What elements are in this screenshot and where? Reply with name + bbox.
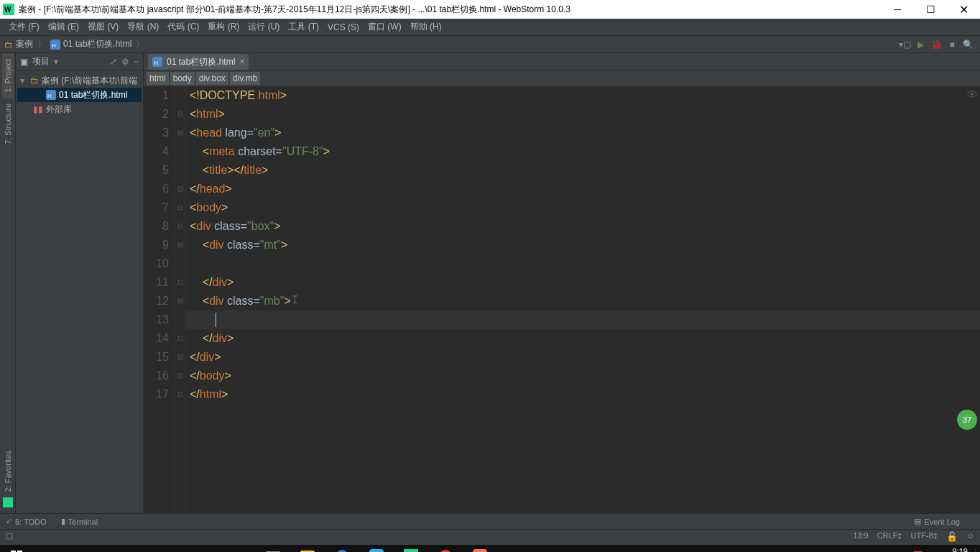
chevron-right-icon: 〉 bbox=[136, 38, 144, 50]
powerpoint-icon[interactable]: P bbox=[464, 545, 496, 552]
status-bar: ▢ 13:9 CRLF‡ UTF-8‡ 🔓 ☺ bbox=[0, 529, 980, 545]
breadcrumb-root[interactable]: 案例 bbox=[16, 38, 33, 50]
gear-icon[interactable]: ⚙ bbox=[121, 57, 129, 67]
collapse-icon[interactable]: ⤢ bbox=[110, 57, 117, 67]
line-separator[interactable]: CRLF‡ bbox=[877, 530, 902, 540]
tray-clock[interactable]: 9:19 2015/11/12 bbox=[928, 547, 968, 552]
notification-badge[interactable]: 37 bbox=[957, 410, 977, 430]
svg-text:H: H bbox=[52, 42, 56, 49]
tool-tab-todo[interactable]: ✓6: TODO bbox=[6, 517, 47, 526]
editor-tabs: H 01 tab栏切换.html × bbox=[144, 53, 980, 70]
search-everywhere-button[interactable]: 🔍 bbox=[960, 37, 976, 52]
tree-root[interactable]: ▾ 🗀 案例 (F:\前端基本功\前端 bbox=[17, 73, 142, 88]
svg-rect-4 bbox=[3, 497, 13, 507]
hide-icon[interactable]: ╌ bbox=[134, 57, 139, 67]
crumb-html[interactable]: html bbox=[147, 72, 169, 85]
chevron-right-icon: 〉 bbox=[37, 38, 46, 50]
crumb-body[interactable]: body bbox=[170, 72, 195, 85]
wps-icon[interactable]: W bbox=[361, 545, 392, 552]
layout-icon: ▣ bbox=[20, 57, 28, 67]
html-file-icon: H bbox=[50, 40, 60, 50]
event-log-button[interactable]: ▤Event Log bbox=[914, 517, 960, 526]
readonly-lock-icon[interactable]: 🔓 bbox=[946, 530, 958, 542]
menu-edit[interactable]: 编辑 (E) bbox=[44, 21, 83, 33]
kugou-icon[interactable]: K bbox=[326, 545, 358, 552]
menu-window[interactable]: 窗口 (W) bbox=[364, 21, 406, 33]
code-editor[interactable]: 1234567891011121314151617 ⊟⊟⊡⊟⊟⊟⊡⊟⊡⊡⊡⊡ <… bbox=[144, 86, 980, 513]
crumb-div-box[interactable]: div.box bbox=[196, 72, 228, 85]
start-button[interactable] bbox=[0, 545, 33, 552]
menu-navigate[interactable]: 导航 (N) bbox=[123, 21, 163, 33]
html-file-icon: H bbox=[46, 90, 56, 100]
tree-root-label: 案例 (F:\前端基本功\前端 bbox=[42, 73, 137, 88]
menu-view[interactable]: 视图 (V) bbox=[83, 21, 123, 33]
window-titlebar: W 案例 - [F:\前端基本功\前端基本功 javascript 部分\01-… bbox=[0, 0, 980, 19]
folder-icon: 🗀 bbox=[4, 40, 13, 50]
log-icon: ▤ bbox=[914, 517, 921, 526]
debug-button[interactable]: 🐞 bbox=[928, 37, 944, 52]
folder-icon: 🗀 bbox=[30, 73, 39, 88]
stop-button[interactable]: ■ bbox=[944, 37, 960, 52]
minimize-button[interactable]: ─ bbox=[881, 0, 914, 19]
terminal-icon: ▮ bbox=[61, 517, 65, 526]
webstorm-small-icon bbox=[3, 497, 13, 509]
project-panel-title: 项目 bbox=[32, 55, 50, 68]
hector-icon[interactable]: ☺ bbox=[966, 530, 974, 540]
tool-tab-structure[interactable]: 7: Structure bbox=[2, 98, 14, 150]
tree-expand-icon[interactable]: ▾ bbox=[20, 73, 27, 88]
statusbar-toggle-icon[interactable]: ▢ bbox=[6, 530, 13, 540]
project-panel-header: ▣ 项目 ▾ ⤢ ⚙ ╌ bbox=[16, 53, 143, 70]
menu-file[interactable]: 文件 (F) bbox=[4, 21, 44, 33]
close-button[interactable]: ✕ bbox=[947, 0, 980, 19]
editor-tab-label: 01 tab栏切换.html bbox=[167, 56, 235, 68]
svg-text:H: H bbox=[154, 60, 158, 66]
task-view-button[interactable] bbox=[257, 545, 289, 552]
chat-icon[interactable] bbox=[499, 545, 530, 552]
inspection-eye-icon[interactable] bbox=[967, 89, 977, 99]
windows-taskbar: 搜索 Web 和 Windows K W W P ˄ 🛡 ⬜ 🖧 🔊 💬 英 S… bbox=[0, 545, 980, 552]
webstorm-taskbar-icon[interactable]: W bbox=[395, 545, 427, 552]
system-tray[interactable]: ˄ 🛡 ⬜ 🖧 🔊 💬 英 S 9:19 2015/11/12 bbox=[815, 547, 980, 552]
editor-area: H 01 tab栏切换.html × html body div.box div… bbox=[144, 53, 980, 513]
tree-file-label: 01 tab栏切换.html bbox=[59, 88, 127, 102]
cursor-position[interactable]: 13:9 bbox=[853, 530, 868, 540]
breadcrumb[interactable]: 🗀 案例 〉 H 01 tab栏切换.html 〉 bbox=[4, 38, 146, 50]
menu-code[interactable]: 代码 (C) bbox=[163, 21, 203, 33]
crumb-div-mb[interactable]: div.mb bbox=[230, 72, 260, 85]
tool-tab-favorites[interactable]: 2: Favorites bbox=[2, 445, 14, 497]
html-file-icon: H bbox=[152, 57, 162, 67]
chrome-icon[interactable] bbox=[430, 545, 461, 552]
menu-help[interactable]: 帮助 (H) bbox=[406, 21, 446, 33]
menu-tools[interactable]: 工具 (T) bbox=[284, 21, 323, 33]
close-tab-icon[interactable]: × bbox=[239, 57, 244, 67]
editor-tab-active[interactable]: H 01 tab栏切换.html × bbox=[148, 54, 249, 70]
menu-run[interactable]: 运行 (U) bbox=[244, 21, 284, 33]
breadcrumb-file[interactable]: 01 tab栏切换.html bbox=[63, 38, 131, 50]
tool-tab-project[interactable]: 1: Project bbox=[2, 53, 14, 98]
svg-text:H: H bbox=[47, 93, 52, 99]
webstorm-logo-icon: W bbox=[3, 4, 14, 15]
library-icon: ▮▮ bbox=[33, 102, 43, 116]
left-tool-stripe: 1: Project 7: Structure 2: Favorites bbox=[0, 53, 16, 513]
tree-external-libs[interactable]: ▮▮ 外部库 bbox=[17, 102, 142, 116]
svg-point-10 bbox=[971, 93, 974, 96]
code-lines[interactable]: <!DOCTYPE html> <html> <head lang="en"> … bbox=[185, 86, 980, 513]
run-button[interactable]: ▶ bbox=[912, 37, 928, 52]
navigation-bar: 🗀 案例 〉 H 01 tab栏切换.html 〉 ▾▢ ▶ 🐞 ■ 🔍 bbox=[0, 36, 980, 53]
todo-icon: ✓ bbox=[6, 517, 12, 526]
fold-gutter[interactable]: ⊟⊟⊡⊟⊟⊟⊡⊟⊡⊡⊡⊡ bbox=[175, 86, 185, 513]
menu-refactor[interactable]: 重构 (R) bbox=[203, 21, 244, 33]
maximize-button[interactable]: ☐ bbox=[914, 0, 947, 19]
project-tool-window: ▣ 项目 ▾ ⤢ ⚙ ╌ ▾ 🗀 案例 (F:\前端基本功\前端 H 01 ta… bbox=[16, 53, 144, 513]
project-tree[interactable]: ▾ 🗀 案例 (F:\前端基本功\前端 H 01 tab栏切换.html ▮▮ … bbox=[16, 70, 143, 119]
menu-bar: 文件 (F) 编辑 (E) 视图 (V) 导航 (N) 代码 (C) 重构 (R… bbox=[0, 19, 980, 36]
tree-file-selected[interactable]: H 01 tab栏切换.html bbox=[17, 88, 142, 102]
text-cursor-icon: 𝙸 bbox=[291, 293, 299, 305]
tool-tab-terminal[interactable]: ▮Terminal bbox=[61, 517, 98, 526]
run-config-dropdown[interactable]: ▾▢ bbox=[897, 37, 912, 52]
menu-vcs[interactable]: VCS (S) bbox=[323, 22, 364, 32]
editor-breadcrumb[interactable]: html body div.box div.mb bbox=[144, 70, 980, 86]
file-encoding[interactable]: UTF-8‡ bbox=[910, 530, 937, 540]
line-number-gutter: 1234567891011121314151617 bbox=[144, 86, 175, 513]
file-explorer-icon[interactable] bbox=[292, 545, 323, 552]
